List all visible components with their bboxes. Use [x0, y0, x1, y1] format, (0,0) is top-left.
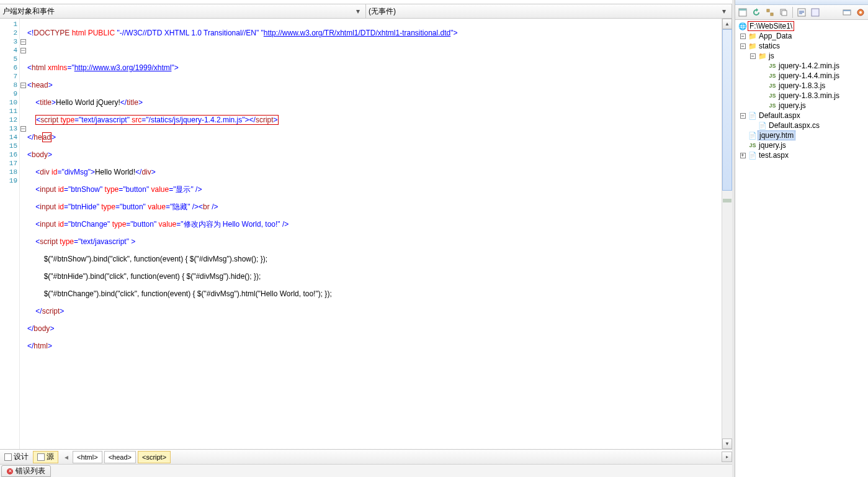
- view-designer-icon[interactable]: [809, 6, 821, 19]
- source-icon: [37, 453, 45, 461]
- config-icon[interactable]: [854, 6, 867, 19]
- tree-file-jquery-htm[interactable]: 📄jquery.htm: [735, 130, 868, 140]
- fold-toggle[interactable]: −: [20, 48, 26, 53]
- copy-icon[interactable]: [777, 6, 790, 19]
- copy-site-icon[interactable]: [841, 6, 853, 19]
- error-list-label: 错误列表: [16, 466, 45, 476]
- solution-toolbar: [735, 5, 868, 20]
- globe-icon: 🌐: [738, 22, 748, 30]
- tree-file-default[interactable]: − 📄 Default.aspx: [735, 111, 868, 120]
- solution-explorer: 🌐 F:\WebSite1\ − 📁 App_Data − 📁 statics …: [735, 0, 868, 477]
- highlighted-script-tag: <script type="text/javascript" src="/sta…: [35, 115, 278, 125]
- object-dropdown-value[interactable]: [2, 7, 353, 16]
- tree-root[interactable]: 🌐 F:\WebSite1\: [735, 21, 868, 31]
- cs-icon: 📄: [758, 121, 767, 130]
- source-view-button[interactable]: 源: [33, 451, 58, 463]
- scroll-thumb[interactable]: [722, 29, 732, 191]
- chevron-down-icon[interactable]: ▾: [353, 6, 363, 16]
- code-editor[interactable]: 12345678910111213141516171819 − − − − <!…: [0, 19, 732, 449]
- js-icon: JS: [767, 91, 777, 100]
- html-icon: 📄: [748, 131, 758, 140]
- tree-file[interactable]: JSjquery.js: [735, 101, 868, 111]
- svg-rect-2: [767, 9, 769, 12]
- object-dropdown[interactable]: ▾: [0, 4, 366, 18]
- vertical-scrollbar[interactable]: ▲ ▼: [722, 19, 732, 449]
- tree-file[interactable]: JSjquery-1.8.3.min.js: [735, 91, 868, 101]
- panel-header: [735, 0, 868, 5]
- scroll-mark: [723, 199, 732, 202]
- code-body[interactable]: <!DOCTYPE html PUBLIC "-//W3C//DTD XHTML…: [26, 19, 722, 449]
- expand-icon[interactable]: +: [740, 153, 746, 158]
- svg-point-11: [859, 11, 862, 14]
- svg-rect-5: [782, 11, 787, 16]
- view-breadcrumb-bar: 设计 源 ◂ <html> <head> <script> ▸: [0, 449, 732, 464]
- svg-rect-9: [843, 10, 851, 11]
- tree-file[interactable]: JSjquery-1.4.4.min.js: [735, 71, 868, 81]
- tree-file[interactable]: 📄Default.aspx.cs: [735, 120, 868, 130]
- context-dropdowns: ▾ (无事件) ▾: [0, 4, 732, 19]
- folder-icon: 📁: [748, 32, 758, 40]
- svg-rect-3: [771, 13, 773, 16]
- js-icon: JS: [767, 81, 777, 90]
- refresh-icon[interactable]: [750, 6, 763, 19]
- scroll-right-icon[interactable]: ▸: [722, 452, 732, 462]
- design-icon: [4, 453, 12, 461]
- svg-rect-1: [739, 9, 746, 11]
- event-dropdown[interactable]: (无事件) ▾: [366, 4, 732, 18]
- fold-toggle[interactable]: −: [20, 126, 26, 132]
- breadcrumb-script[interactable]: <script>: [138, 451, 171, 463]
- fold-column: − − − −: [20, 19, 26, 449]
- design-view-button[interactable]: 设计: [0, 451, 33, 463]
- js-icon: JS: [748, 141, 758, 150]
- tree-file[interactable]: JSjquery-1.4.2.min.js: [735, 61, 868, 71]
- bottom-panel-tabs: ✕ 错误列表: [0, 464, 732, 477]
- event-dropdown-value: (无事件): [369, 6, 396, 17]
- js-icon: JS: [767, 61, 777, 70]
- js-icon: JS: [767, 101, 777, 110]
- tree-file[interactable]: JSjquery.js: [735, 140, 868, 150]
- line-gutter: 12345678910111213141516171819: [0, 19, 20, 449]
- error-icon: ✕: [7, 468, 13, 475]
- view-code-icon[interactable]: [795, 6, 808, 19]
- collapse-icon[interactable]: −: [740, 34, 746, 39]
- tree-folder-js[interactable]: − 📁 js: [735, 51, 868, 61]
- file-tree[interactable]: 🌐 F:\WebSite1\ − 📁 App_Data − 📁 statics …: [735, 20, 868, 477]
- fold-toggle[interactable]: −: [20, 39, 26, 45]
- breadcrumb-head[interactable]: <head>: [104, 451, 136, 463]
- scroll-down-icon[interactable]: ▼: [722, 438, 732, 449]
- collapse-icon[interactable]: −: [740, 113, 746, 119]
- breadcrumb-html[interactable]: <html>: [73, 451, 102, 463]
- folder-icon: 📁: [758, 52, 767, 60]
- properties-icon[interactable]: [736, 6, 749, 19]
- nest-icon[interactable]: [764, 6, 776, 19]
- svg-rect-7: [812, 9, 819, 16]
- tree-file[interactable]: JSjquery-1.8.3.js: [735, 81, 868, 91]
- error-list-tab[interactable]: ✕ 错误列表: [1, 465, 51, 477]
- fold-toggle[interactable]: −: [20, 83, 26, 88]
- js-icon: JS: [767, 71, 777, 80]
- breadcrumb-prev-icon[interactable]: ◂: [62, 453, 71, 461]
- chevron-down-icon[interactable]: ▾: [719, 6, 729, 16]
- tree-folder-statics[interactable]: − 📁 statics: [735, 41, 868, 51]
- folder-icon: 📁: [748, 42, 758, 50]
- aspx-icon: 📄: [748, 151, 758, 160]
- collapse-icon[interactable]: −: [750, 53, 756, 59]
- aspx-icon: 📄: [748, 111, 758, 120]
- editor-pane: ▾ (无事件) ▾ 12345678910111213141516171819 …: [0, 0, 735, 477]
- scroll-up-icon[interactable]: ▲: [722, 19, 732, 29]
- tree-folder-appdata[interactable]: − 📁 App_Data: [735, 31, 868, 41]
- tree-file-test[interactable]: + 📄 test.aspx: [735, 150, 868, 160]
- collapse-icon[interactable]: −: [740, 43, 746, 49]
